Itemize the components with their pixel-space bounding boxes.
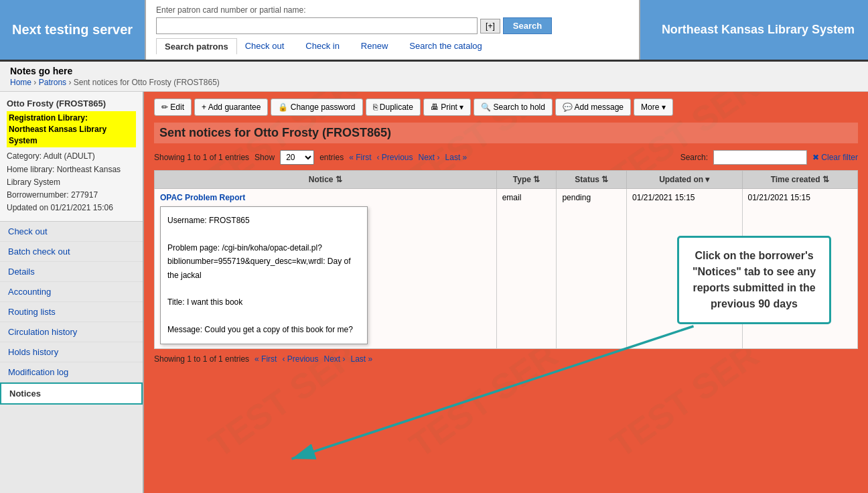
header-left: Next testing server <box>0 0 145 60</box>
pagination-first-top[interactable]: « First <box>349 153 371 162</box>
more-button[interactable]: More ▾ <box>634 98 673 116</box>
breadcrumb-home[interactable]: Home <box>10 78 31 87</box>
patron-borrower-number: Borrowernumber: 277917 <box>7 189 136 202</box>
sidebar-item-modification-log[interactable]: Modification log <box>0 362 143 382</box>
table-top-controls: Showing 1 to 1 of 1 entries Show 20 50 1… <box>154 150 858 165</box>
pagination-prev-top[interactable]: ‹ Previous <box>377 153 413 162</box>
reg-library: Registration Library: Northeast Kansas L… <box>7 111 136 147</box>
callout-text: Click on the borrower's "Notices" tab to… <box>693 250 816 309</box>
nav-search-patrons[interactable]: Search patrons <box>156 38 237 54</box>
notes-bar: Notes go here Home › Patrons › Sent noti… <box>0 62 868 92</box>
nav-renew[interactable]: Renew <box>353 38 396 54</box>
header-right-title: Northeast Kansas Library System <box>662 23 855 37</box>
nav-check-in[interactable]: Check in <box>297 38 348 54</box>
sidebar-item-holds-history[interactable]: Holds history <box>0 342 143 362</box>
pagination-next-top[interactable]: Next › <box>419 153 440 162</box>
col-notice: Notice ⇅ <box>155 171 497 189</box>
sidebar-nav: Check out Batch check out Details Accoun… <box>0 222 143 405</box>
status-cell: pending <box>557 189 627 349</box>
sidebar-item-batch-check-out[interactable]: Batch check out <box>0 242 143 262</box>
pagination-first-bottom[interactable]: « First <box>255 354 277 364</box>
search-label: Search: <box>680 153 708 162</box>
add-message-button[interactable]: 💬 Add message <box>555 98 631 116</box>
header: Next testing server Enter patron card nu… <box>0 0 868 62</box>
callout-box: Click on the borrower's "Notices" tab to… <box>677 236 831 324</box>
patron-category: Category: Adult (ADULT) <box>7 150 136 163</box>
entries-label: entries <box>319 153 344 162</box>
sidebar-item-details[interactable]: Details <box>0 262 143 282</box>
header-center: Enter patron card number or partial name… <box>145 0 640 60</box>
nav-search-catalog[interactable]: Search the catalog <box>401 38 490 54</box>
print-button[interactable]: 🖶 Print ▾ <box>423 98 471 116</box>
pagination-last-bottom[interactable]: Last » <box>350 354 372 364</box>
notice-link[interactable]: OPAC Problem Report <box>160 193 245 202</box>
show-label: Show <box>255 153 275 162</box>
table-bottom-controls: Showing 1 to 1 of 1 entries « First ‹ Pr… <box>154 354 858 364</box>
add-guarantee-button[interactable]: + Add guarantee <box>194 98 268 116</box>
breadcrumb-patrons[interactable]: Patrons <box>39 78 66 87</box>
breadcrumb-current: Sent notices for Otto Frosty (FROST865) <box>74 78 220 87</box>
patron-name: Otto Frosty (FROST865) <box>7 98 136 109</box>
type-cell: email <box>496 189 557 349</box>
reg-library-value: Northeast Kansas Library System <box>9 125 106 145</box>
sidebar-item-accounting[interactable]: Accounting <box>0 282 143 302</box>
sidebar-item-circulation-history[interactable]: Circulation history <box>0 322 143 342</box>
section-title: Sent notices for Otto Frosty (FROST865) <box>154 123 858 143</box>
show-entries-select[interactable]: 20 50 100 <box>280 150 314 165</box>
search-button[interactable]: Search <box>503 17 552 34</box>
edit-button[interactable]: ✏ Edit <box>154 98 192 116</box>
patron-updated: Updated on 01/21/2021 15:06 <box>7 202 136 214</box>
table-search-input[interactable] <box>713 150 807 165</box>
reg-library-label: Registration Library: <box>9 113 88 123</box>
plus-button[interactable]: [+] <box>480 19 500 33</box>
patron-info: Otto Frosty (FROST865) Registration Libr… <box>0 92 143 222</box>
notice-cell: OPAC Problem Report Username: FROST865 P… <box>155 189 497 349</box>
sidebar-item-notices[interactable]: Notices <box>0 382 143 405</box>
notice-popup: Username: FROST865 Problem page: /cgi-bi… <box>160 206 368 344</box>
main-layout: Otto Frosty (FROST865) Registration Libr… <box>0 92 868 493</box>
header-left-title: Next testing server <box>12 22 133 38</box>
change-password-button[interactable]: 🔒 Change password <box>271 98 362 116</box>
showing-entries-bottom: Showing 1 to 1 of 1 entries <box>154 354 249 364</box>
col-time-created: Time created ⇅ <box>742 171 857 189</box>
duplicate-button[interactable]: ⎘ Duplicate <box>366 98 421 116</box>
patron-search-input[interactable] <box>156 17 478 34</box>
content-area: TEST SER TEST SER TEST SER TEST SER TEST… <box>144 92 868 493</box>
col-updated-on: Updated on ▾ <box>627 171 742 189</box>
clear-filter-button[interactable]: ✖ Clear filter <box>812 153 858 162</box>
pagination-prev-bottom[interactable]: ‹ Previous <box>282 354 318 364</box>
notes-text: Notes go here <box>10 66 858 76</box>
sidebar-item-check-out[interactable]: Check out <box>0 222 143 242</box>
col-status: Status ⇅ <box>557 171 627 189</box>
sidebar-item-routing-lists[interactable]: Routing lists <box>0 302 143 322</box>
patron-search-label: Enter patron card number or partial name… <box>156 5 629 15</box>
sidebar: Otto Frosty (FROST865) Registration Libr… <box>0 92 144 493</box>
toolbar: ✏ Edit + Add guarantee 🔒 Change password… <box>154 98 858 116</box>
nav-check-out[interactable]: Check out <box>237 38 293 54</box>
search-hold-button[interactable]: 🔍 Search to hold <box>474 98 553 116</box>
pagination-next-bottom[interactable]: Next › <box>323 354 345 364</box>
patron-home-library: Home library: Northeast Kansas Library S… <box>7 163 136 189</box>
pagination-last-top[interactable]: Last » <box>445 153 467 162</box>
breadcrumb: Home › Patrons › Sent notices for Otto F… <box>10 78 858 87</box>
col-type: Type ⇅ <box>496 171 557 189</box>
showing-entries-top: Showing 1 to 1 of 1 entries <box>154 153 249 162</box>
header-right: Northeast Kansas Library System <box>640 0 868 60</box>
